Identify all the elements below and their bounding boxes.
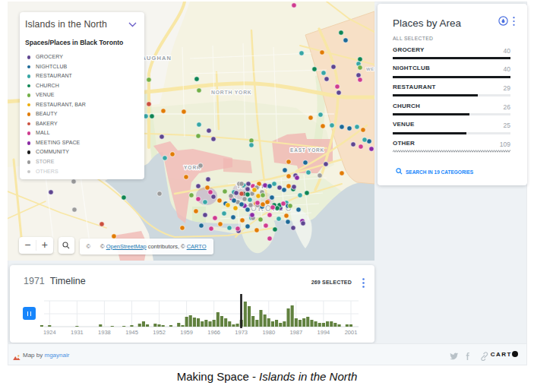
svg-text:1987: 1987 bbox=[289, 329, 302, 336]
svg-text:2001: 2001 bbox=[345, 329, 358, 336]
svg-text:1924: 1924 bbox=[43, 329, 56, 336]
svg-text:1959: 1959 bbox=[180, 329, 193, 336]
svg-text:1980: 1980 bbox=[262, 329, 275, 336]
svg-text:1973: 1973 bbox=[235, 329, 248, 336]
svg-text:1994: 1994 bbox=[318, 329, 330, 336]
svg-text:WEXFORD: WEXFORD bbox=[366, 67, 374, 71]
svg-text:1966: 1966 bbox=[207, 329, 220, 336]
svg-text:NORTH YORK: NORTH YORK bbox=[211, 90, 252, 95]
svg-text:EAST YORK: EAST YORK bbox=[290, 147, 324, 153]
svg-text:1938: 1938 bbox=[98, 329, 111, 336]
svg-text:1952: 1952 bbox=[153, 329, 166, 336]
svg-text:1931: 1931 bbox=[71, 329, 84, 336]
svg-text:1945: 1945 bbox=[125, 329, 138, 336]
